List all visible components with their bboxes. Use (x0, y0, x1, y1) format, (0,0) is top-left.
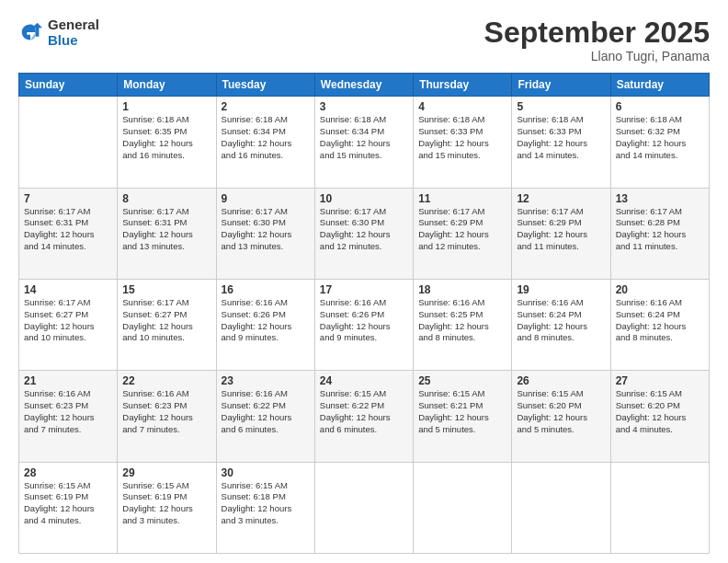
calendar: SundayMondayTuesdayWednesdayThursdayFrid… (18, 73, 710, 554)
day-number: 4 (418, 100, 506, 113)
day-cell: 24Sunrise: 6:15 AM Sunset: 6:22 PM Dayli… (314, 371, 413, 462)
day-number: 12 (517, 192, 605, 205)
day-info: Sunrise: 6:18 AM Sunset: 6:33 PM Dayligh… (418, 114, 506, 161)
day-number: 27 (616, 374, 704, 387)
day-cell (414, 462, 512, 553)
day-cell: 5Sunrise: 6:18 AM Sunset: 6:33 PM Daylig… (512, 97, 610, 188)
logo-text: General Blue (48, 17, 99, 48)
day-number: 15 (122, 283, 210, 296)
day-info: Sunrise: 6:15 AM Sunset: 6:20 PM Dayligh… (616, 388, 704, 435)
day-number: 16 (222, 283, 310, 296)
title-block: September 2025 Llano Tugri, Panama (484, 17, 710, 63)
week-row-5: 28Sunrise: 6:15 AM Sunset: 6:19 PM Dayli… (19, 462, 710, 553)
day-number: 9 (222, 192, 310, 205)
day-cell: 6Sunrise: 6:18 AM Sunset: 6:32 PM Daylig… (610, 97, 709, 188)
weekday-header-wednesday: Wednesday (314, 74, 413, 97)
day-number: 6 (616, 100, 704, 113)
day-number: 22 (122, 374, 210, 387)
day-info: Sunrise: 6:16 AM Sunset: 6:24 PM Dayligh… (616, 297, 704, 344)
week-row-3: 14Sunrise: 6:17 AM Sunset: 6:27 PM Dayli… (19, 279, 710, 370)
day-number: 2 (222, 100, 310, 113)
logo: General Blue (18, 17, 99, 48)
day-info: Sunrise: 6:18 AM Sunset: 6:33 PM Dayligh… (517, 114, 605, 161)
day-info: Sunrise: 6:17 AM Sunset: 6:28 PM Dayligh… (616, 206, 704, 253)
day-number: 13 (616, 192, 704, 205)
day-number: 17 (320, 283, 408, 296)
day-info: Sunrise: 6:17 AM Sunset: 6:30 PM Dayligh… (320, 206, 408, 253)
day-number: 8 (122, 192, 210, 205)
day-number: 20 (616, 283, 704, 296)
week-row-2: 7Sunrise: 6:17 AM Sunset: 6:31 PM Daylig… (19, 188, 710, 279)
day-info: Sunrise: 6:18 AM Sunset: 6:34 PM Dayligh… (320, 114, 408, 161)
week-row-4: 21Sunrise: 6:16 AM Sunset: 6:23 PM Dayli… (19, 371, 710, 462)
day-info: Sunrise: 6:17 AM Sunset: 6:30 PM Dayligh… (222, 206, 310, 253)
day-info: Sunrise: 6:18 AM Sunset: 6:35 PM Dayligh… (122, 114, 210, 161)
day-info: Sunrise: 6:16 AM Sunset: 6:24 PM Dayligh… (517, 297, 605, 344)
day-info: Sunrise: 6:17 AM Sunset: 6:31 PM Dayligh… (122, 206, 210, 253)
day-cell: 19Sunrise: 6:16 AM Sunset: 6:24 PM Dayli… (512, 279, 610, 370)
day-number: 30 (222, 466, 310, 479)
weekday-header-sunday: Sunday (19, 74, 118, 97)
day-number: 29 (122, 466, 210, 479)
day-cell: 12Sunrise: 6:17 AM Sunset: 6:29 PM Dayli… (512, 188, 610, 279)
day-cell: 20Sunrise: 6:16 AM Sunset: 6:24 PM Dayli… (610, 279, 709, 370)
week-row-1: 1Sunrise: 6:18 AM Sunset: 6:35 PM Daylig… (19, 97, 710, 188)
day-cell: 25Sunrise: 6:15 AM Sunset: 6:21 PM Dayli… (414, 371, 512, 462)
day-cell: 22Sunrise: 6:16 AM Sunset: 6:23 PM Dayli… (118, 371, 216, 462)
weekday-header-row: SundayMondayTuesdayWednesdayThursdayFrid… (19, 74, 710, 97)
weekday-header-saturday: Saturday (610, 74, 709, 97)
day-cell: 30Sunrise: 6:15 AM Sunset: 6:18 PM Dayli… (216, 462, 314, 553)
day-cell: 1Sunrise: 6:18 AM Sunset: 6:35 PM Daylig… (118, 97, 216, 188)
page: General Blue September 2025 Llano Tugri,… (0, 0, 728, 563)
day-info: Sunrise: 6:15 AM Sunset: 6:18 PM Dayligh… (222, 480, 310, 527)
day-number: 7 (24, 192, 112, 205)
day-cell: 17Sunrise: 6:16 AM Sunset: 6:26 PM Dayli… (314, 279, 413, 370)
day-number: 10 (320, 192, 408, 205)
day-cell: 13Sunrise: 6:17 AM Sunset: 6:28 PM Dayli… (610, 188, 709, 279)
weekday-header-monday: Monday (118, 74, 216, 97)
location-subtitle: Llano Tugri, Panama (484, 49, 710, 63)
day-info: Sunrise: 6:15 AM Sunset: 6:20 PM Dayligh… (517, 388, 605, 435)
header: General Blue September 2025 Llano Tugri,… (18, 17, 710, 63)
day-cell: 7Sunrise: 6:17 AM Sunset: 6:31 PM Daylig… (19, 188, 118, 279)
day-info: Sunrise: 6:16 AM Sunset: 6:25 PM Dayligh… (418, 297, 506, 344)
day-number: 26 (517, 374, 605, 387)
day-info: Sunrise: 6:18 AM Sunset: 6:34 PM Dayligh… (222, 114, 310, 161)
day-info: Sunrise: 6:18 AM Sunset: 6:32 PM Dayligh… (616, 114, 704, 161)
day-number: 21 (24, 374, 112, 387)
day-cell: 26Sunrise: 6:15 AM Sunset: 6:20 PM Dayli… (512, 371, 610, 462)
day-info: Sunrise: 6:17 AM Sunset: 6:31 PM Dayligh… (24, 206, 112, 253)
weekday-header-tuesday: Tuesday (216, 74, 314, 97)
day-number: 19 (517, 283, 605, 296)
weekday-header-friday: Friday (512, 74, 610, 97)
day-cell: 18Sunrise: 6:16 AM Sunset: 6:25 PM Dayli… (414, 279, 512, 370)
day-info: Sunrise: 6:15 AM Sunset: 6:21 PM Dayligh… (418, 388, 506, 435)
day-cell: 21Sunrise: 6:16 AM Sunset: 6:23 PM Dayli… (19, 371, 118, 462)
day-cell: 4Sunrise: 6:18 AM Sunset: 6:33 PM Daylig… (414, 97, 512, 188)
day-cell (610, 462, 709, 553)
day-cell: 27Sunrise: 6:15 AM Sunset: 6:20 PM Dayli… (610, 371, 709, 462)
day-info: Sunrise: 6:16 AM Sunset: 6:22 PM Dayligh… (222, 388, 310, 435)
day-info: Sunrise: 6:17 AM Sunset: 6:27 PM Dayligh… (122, 297, 210, 344)
day-cell: 2Sunrise: 6:18 AM Sunset: 6:34 PM Daylig… (216, 97, 314, 188)
day-cell: 11Sunrise: 6:17 AM Sunset: 6:29 PM Dayli… (414, 188, 512, 279)
day-cell: 29Sunrise: 6:15 AM Sunset: 6:19 PM Dayli… (118, 462, 216, 553)
day-info: Sunrise: 6:15 AM Sunset: 6:22 PM Dayligh… (320, 388, 408, 435)
day-cell: 10Sunrise: 6:17 AM Sunset: 6:30 PM Dayli… (314, 188, 413, 279)
day-number: 25 (418, 374, 506, 387)
day-number: 24 (320, 374, 408, 387)
day-number: 1 (122, 100, 210, 113)
day-cell: 8Sunrise: 6:17 AM Sunset: 6:31 PM Daylig… (118, 188, 216, 279)
day-number: 3 (320, 100, 408, 113)
day-cell: 23Sunrise: 6:16 AM Sunset: 6:22 PM Dayli… (216, 371, 314, 462)
day-info: Sunrise: 6:15 AM Sunset: 6:19 PM Dayligh… (24, 480, 112, 527)
day-cell: 28Sunrise: 6:15 AM Sunset: 6:19 PM Dayli… (19, 462, 118, 553)
day-info: Sunrise: 6:16 AM Sunset: 6:23 PM Dayligh… (122, 388, 210, 435)
weekday-header-thursday: Thursday (414, 74, 512, 97)
day-number: 11 (418, 192, 506, 205)
day-info: Sunrise: 6:17 AM Sunset: 6:27 PM Dayligh… (24, 297, 112, 344)
day-cell: 14Sunrise: 6:17 AM Sunset: 6:27 PM Dayli… (19, 279, 118, 370)
day-info: Sunrise: 6:16 AM Sunset: 6:26 PM Dayligh… (320, 297, 408, 344)
day-info: Sunrise: 6:16 AM Sunset: 6:26 PM Dayligh… (222, 297, 310, 344)
month-title: September 2025 (484, 17, 710, 49)
